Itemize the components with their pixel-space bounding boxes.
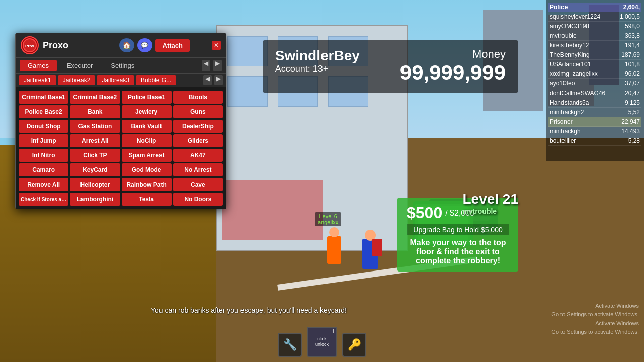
btn-jewlery[interactable]: Jewlery <box>122 105 172 118</box>
money-label: Money <box>400 48 506 61</box>
btn-spam-arrest[interactable]: Spam Arrest <box>122 149 172 162</box>
player-account: Account: 13+ <box>275 64 360 74</box>
btn-btools[interactable]: Btools <box>173 90 223 104</box>
btn-police-base2[interactable]: Police Base2 <box>19 105 68 118</box>
bag-upgrade-text: Upgrade Bag to Hold $5,000 <box>407 224 509 235</box>
btn-inf-jump[interactable]: Inf Jump <box>19 134 68 147</box>
btn-cave[interactable]: Cave <box>173 178 223 191</box>
game-toolbar: 🔧 1 clickunlock 🔑 <box>278 327 366 357</box>
leaderboard-row: mvtrouble363,8 <box>548 31 641 41</box>
jailbreak-tab-3[interactable]: Jailbreak3 <box>97 75 134 85</box>
proxo-button-grid: Criminal Base1 Criminal Base2 Police Bas… <box>16 87 226 209</box>
toolbar-item-num: 1 <box>332 329 335 334</box>
level-text: Level 21 <box>462 191 518 207</box>
level-sub: mvtrouble <box>462 207 518 215</box>
btn-tesla[interactable]: Tesla <box>122 193 172 206</box>
proxo-panel: Prox Proxo 🏠 💬 Attach — ✕ Games Executor… <box>15 33 226 209</box>
leaderboard-row: TheBennyKing187,69 <box>548 50 641 60</box>
btn-police-base1[interactable]: Police Base1 <box>122 90 172 104</box>
jailbreak-tab-bubble[interactable]: Bubble G... <box>136 75 176 85</box>
btn-helicopter[interactable]: Helicopter <box>70 178 120 191</box>
leaderboard-row: bouteliller5,28 <box>548 136 641 146</box>
leaderboard-row: ayo10teo37,07 <box>548 79 641 88</box>
proxo-close-button[interactable]: ✕ <box>212 41 221 50</box>
btn-donut-shop[interactable]: Donut Shop <box>19 120 68 133</box>
jailbreak-tab-2[interactable]: Jailbreak2 <box>58 75 96 85</box>
proxo-nav-icons: 🏠 💬 Attach — ✕ <box>119 38 221 52</box>
proxo-attach-button[interactable]: Attach <box>155 39 190 52</box>
leaderboard-row: dontCallmeSWAG4620,47 <box>548 88 641 98</box>
money-hud: SwindlerBey Account: 13+ Money 99,999,99… <box>263 40 518 93</box>
leaderboard-row: kireistheboy12191,4 <box>548 41 641 50</box>
btn-remove-all[interactable]: Remove All <box>19 178 68 191</box>
scroll-right[interactable]: ▶ <box>213 60 222 71</box>
leaderboard-col-score: 2,604, <box>623 4 640 11</box>
btn-bank-vault[interactable]: Bank Vault <box>122 120 172 133</box>
proxo-minimize-button[interactable]: — <box>196 41 207 49</box>
toolbar-click-unlock[interactable]: 1 clickunlock <box>307 327 337 357</box>
toolbar-key[interactable]: 🔑 <box>342 333 366 357</box>
btn-bank[interactable]: Bank <box>70 105 120 118</box>
btn-gas-station[interactable]: Gas Station <box>70 120 120 133</box>
btn-arrest-all[interactable]: Arrest All <box>70 134 120 147</box>
leaderboard-col-name: Police <box>550 4 568 11</box>
jailbreak-tab-1[interactable]: Jailbreak1 <box>19 75 56 85</box>
btn-god-mode[interactable]: God Mode <box>122 163 172 176</box>
proxo-tab-bar: Games Executor Settings ◀ ▶ <box>16 58 226 74</box>
tab-games[interactable]: Games <box>20 60 57 71</box>
svg-text:Prox: Prox <box>25 44 34 48</box>
scroll-left-2[interactable]: ◀ <box>203 75 212 85</box>
btn-criminal-base1[interactable]: Criminal Base1 <box>19 90 68 104</box>
leaderboard-row: xoximg_zangellxx96,02 <box>548 69 641 79</box>
scroll-right-2[interactable]: ▶ <box>214 75 223 85</box>
leaderboard-row: squisheylover12241,000,5 <box>548 12 641 22</box>
player-username: SwindlerBey <box>275 48 360 64</box>
btn-criminal-base2[interactable]: Criminal Base2 <box>70 90 120 104</box>
tab-executor[interactable]: Executor <box>59 60 101 71</box>
leaderboard-row: minihackgh14,493 <box>548 127 641 136</box>
btn-no-arrest[interactable]: No Arrest <box>173 163 223 176</box>
leaderboard-row: minihackgh25,52 <box>548 108 641 117</box>
btn-ak47[interactable]: AK47 <box>173 149 223 162</box>
btn-gliders[interactable]: Gliders <box>173 134 223 147</box>
btn-check-stores[interactable]: Check if Stores are Op <box>19 193 68 206</box>
btn-keycard[interactable]: KeyCard <box>70 163 120 176</box>
leaderboard-row-prisoner: Prisoner22,947 <box>548 117 641 127</box>
scroll-left[interactable]: ◀ <box>202 60 210 71</box>
activate-windows-watermark: Activate Windows Go to Settings to activ… <box>551 302 639 337</box>
btn-click-tp[interactable]: Click TP <box>70 149 120 162</box>
proxo-title: Proxo <box>43 40 119 51</box>
btn-dealership[interactable]: DealerShip <box>173 120 223 133</box>
leaderboard-row: amyOMG3198598,0 <box>548 22 641 31</box>
bag-current: $500 <box>407 204 442 222</box>
btn-lamborghini[interactable]: Lamborghini <box>70 193 120 206</box>
btn-no-doors[interactable]: No Doors <box>173 193 223 206</box>
btn-noclip[interactable]: NoClip <box>122 134 172 147</box>
proxo-discord-button[interactable]: 💬 <box>137 38 152 52</box>
leaderboard: Police 2,604, squisheylover12241,000,5 a… <box>546 0 644 161</box>
toolbar-wrench[interactable]: 🔧 <box>278 333 302 357</box>
level-indicator-ingame: Level 6angellxx <box>315 212 341 226</box>
proxo-titlebar: Prox Proxo 🏠 💬 Attach — ✕ <box>16 33 226 58</box>
btn-inf-nitro[interactable]: Inf Nitro <box>19 149 68 162</box>
btn-guns[interactable]: Guns <box>173 105 223 118</box>
jailbreak-tab-bar: Jailbreak1 Jailbreak2 Jailbreak3 Bubble … <box>16 74 226 87</box>
leaderboard-row: Handstands5a9,125 <box>548 98 641 108</box>
btn-rainbow-path[interactable]: Rainbow Path <box>122 178 172 191</box>
leaderboard-header: Police 2,604, <box>548 3 641 12</box>
tip-text: You can rob banks after you escape, but … <box>151 306 347 314</box>
money-amount: 99,999,999 <box>400 61 506 85</box>
level-badge: Level 21 mvtrouble <box>462 191 518 215</box>
bag-instruction: Make your way to the top floor & find th… <box>407 238 509 265</box>
leaderboard-row: USAdancer101101,8 <box>548 60 641 69</box>
proxo-logo: Prox <box>21 36 39 54</box>
tab-settings[interactable]: Settings <box>103 60 142 71</box>
proxo-home-button[interactable]: 🏠 <box>119 38 134 52</box>
btn-camaro[interactable]: Camaro <box>19 163 68 176</box>
